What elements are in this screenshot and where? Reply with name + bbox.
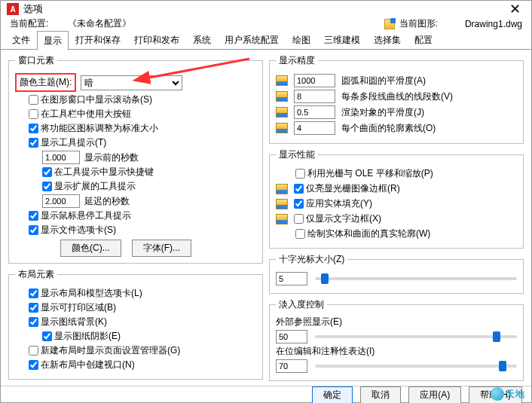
group-display-precision: 显示精度 圆弧和圆的平滑度(A) 每条多段线曲线的线段数(V) 渲染对象的平滑度…: [269, 54, 524, 144]
contour-lines-input[interactable]: [294, 121, 335, 135]
group-display-performance: 显示性能 利用光栅与 OLE 平移和缩放(P) 仅亮显光栅图像边框(R) 应用实…: [269, 148, 524, 249]
chk-text-frame[interactable]: 仅显示文字边框(X): [294, 212, 381, 225]
polyline-segs-label: 每条多段线曲线的线段数(V): [341, 90, 453, 103]
ok-button[interactable]: 确定: [312, 386, 353, 403]
chk-shortcut-in-tooltip[interactable]: 在工具提示中显示快捷键: [42, 166, 154, 179]
xref-fade-input[interactable]: [276, 330, 307, 343]
cancel-button[interactable]: 取消: [360, 386, 401, 403]
color-theme-select[interactable]: 暗: [81, 75, 182, 90]
display-perf-legend: 显示性能: [276, 148, 318, 161]
chk-scrollbars[interactable]: 在图形窗口中显示滚动条(S): [29, 93, 152, 106]
chk-layout-tabs[interactable]: 显示布局和模型选项卡(L): [29, 287, 142, 300]
color-theme-label: 颜色主题(M):: [20, 76, 72, 89]
render-smoothness-input[interactable]: [294, 105, 335, 119]
precision-icon: [276, 199, 288, 209]
chk-show-tooltip[interactable]: 显示工具提示(T): [29, 136, 106, 149]
tab-print-publish[interactable]: 打印和发布: [127, 30, 186, 50]
delay-seconds-input[interactable]: [42, 194, 80, 208]
chk-solid-fill[interactable]: 应用实体填充(Y): [294, 197, 372, 210]
current-drawing-value: Drawing1.dwg: [465, 19, 522, 29]
chk-paper-bg[interactable]: 显示图纸背景(K): [29, 316, 107, 328]
tab-file[interactable]: 文件: [5, 30, 37, 50]
chk-show-file-tab[interactable]: 显示文件选项卡(S): [29, 224, 116, 237]
arc-smoothness-input[interactable]: [294, 74, 335, 87]
group-fade-control: 淡入度控制 外部参照显示(E) 在位编辑和注释性表达(I): [269, 298, 524, 381]
precision-icon: [276, 214, 288, 224]
help-button[interactable]: 帮助(H): [469, 386, 522, 403]
xref-fade-slider[interactable]: [315, 335, 517, 338]
chk-hover-tooltip[interactable]: 显示鼠标悬停工具提示: [29, 209, 131, 222]
colors-button[interactable]: 颜色(C)...: [60, 240, 121, 257]
fonts-button[interactable]: 字体(F)...: [132, 240, 191, 257]
drawing-file-icon: [384, 19, 395, 29]
tooltip-seconds-label: 显示前的秒数: [84, 151, 139, 164]
tab-strip: 文件 显示 打开和保存 打印和发布 系统 用户系统配置 绘图 三维建模 选择集 …: [1, 30, 531, 50]
chk-page-setup-mgr[interactable]: 新建布局时显示页面设置管理器(G): [29, 344, 180, 357]
color-theme-highlight: 颜色主题(M):: [15, 73, 76, 92]
tab-drafting[interactable]: 绘图: [286, 30, 317, 50]
current-drawing-label: 当前图形:: [399, 17, 438, 30]
tab-system[interactable]: 系统: [186, 30, 218, 50]
inplace-fade-slider[interactable]: [315, 365, 517, 368]
fade-legend: 淡入度控制: [276, 298, 327, 311]
arc-smoothness-label: 圆弧和圆的平滑度(A): [341, 75, 426, 87]
chk-create-viewport[interactable]: 在新布局中创建视口(N): [29, 359, 135, 371]
layout-elements-legend: 布局元素: [15, 268, 57, 281]
chk-raster-ole[interactable]: 利用光栅与 OLE 平移和缩放(P): [295, 167, 433, 180]
window-title: 选项: [23, 2, 43, 16]
polyline-segs-input[interactable]: [294, 90, 335, 103]
current-profile-value: 《未命名配置》: [68, 17, 131, 30]
precision-icon: [276, 75, 288, 86]
apply-button[interactable]: 应用(A): [408, 386, 461, 403]
tab-profiles[interactable]: 配置: [408, 30, 439, 50]
precision-icon: [276, 107, 288, 118]
chk-big-buttons[interactable]: 在工具栏中使用大按钮: [29, 108, 131, 121]
group-window-elements: 窗口元素 颜色主题(M): 暗 在图形窗口中显示滚动条(S) 在工具栏中使用大按…: [8, 54, 263, 264]
tab-user-pref[interactable]: 用户系统配置: [218, 30, 286, 50]
window-elements-legend: 窗口元素: [15, 54, 57, 67]
precision-icon: [276, 91, 288, 102]
title-bar: A 选项 ✕: [1, 1, 531, 17]
current-profile-label: 当前配置:: [10, 17, 48, 30]
chk-resize-ribbon[interactable]: 将功能区图标调整为标准大小: [29, 122, 158, 135]
precision-icon: [276, 123, 288, 133]
inplace-fade-input[interactable]: [276, 359, 307, 373]
crosshair-size-slider[interactable]: [315, 277, 517, 280]
tab-open-save[interactable]: 打开和保存: [69, 30, 127, 50]
group-layout-elements: 布局元素 显示布局和模型选项卡(L) 显示可打印区域(B) 显示图纸背景(K) …: [8, 268, 263, 380]
tab-3d-model[interactable]: 三维建模: [317, 30, 367, 50]
crosshair-legend: 十字光标大小(Z): [276, 253, 347, 266]
chk-paper-shadow[interactable]: 显示图纸阴影(E): [42, 330, 121, 343]
app-icon: A: [7, 3, 19, 15]
tooltip-seconds-input[interactable]: [42, 151, 80, 164]
precision-icon: [276, 184, 288, 194]
inplace-fade-label: 在位编辑和注释性表达(I): [276, 345, 517, 358]
tab-selection[interactable]: 选择集: [367, 30, 408, 50]
render-smoothness-label: 渲染对象的平滑度(J): [341, 106, 424, 119]
tab-display[interactable]: 显示: [37, 31, 69, 50]
xref-fade-label: 外部参照显示(E): [276, 316, 517, 328]
chk-extended-tooltip[interactable]: 显示扩展的工具提示: [42, 180, 136, 193]
chk-true-silh[interactable]: 绘制实体和曲面的真实轮廓(W): [295, 227, 430, 240]
crosshair-size-input[interactable]: [276, 272, 307, 285]
contour-lines-label: 每个曲面的轮廓素线(O): [341, 122, 436, 135]
delay-seconds-label: 延迟的秒数: [84, 195, 130, 208]
close-icon[interactable]: ✕: [505, 1, 525, 17]
display-precision-legend: 显示精度: [276, 54, 318, 67]
group-crosshair-size: 十字光标大小(Z): [269, 253, 524, 294]
chk-highlight-raster[interactable]: 仅亮显光栅图像边框(R): [294, 182, 400, 195]
chk-printable-area[interactable]: 显示可打印区域(B): [29, 301, 116, 314]
